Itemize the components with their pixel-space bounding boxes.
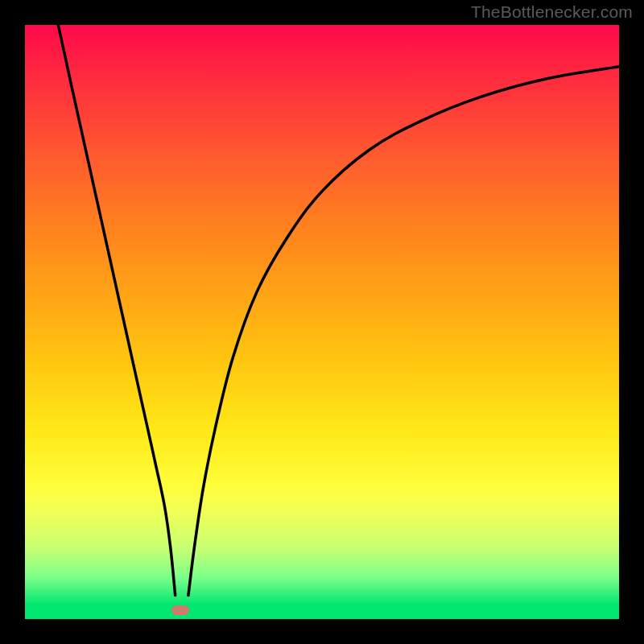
curve-right-branch (188, 67, 619, 596)
watermark-text: TheBottlenecker.com (471, 2, 633, 22)
curve-left-branch (58, 25, 175, 595)
minimum-marker (171, 605, 189, 615)
chart-frame: TheBottlenecker.com (0, 0, 644, 644)
bottleneck-curve (25, 25, 619, 619)
plot-area (25, 25, 619, 619)
